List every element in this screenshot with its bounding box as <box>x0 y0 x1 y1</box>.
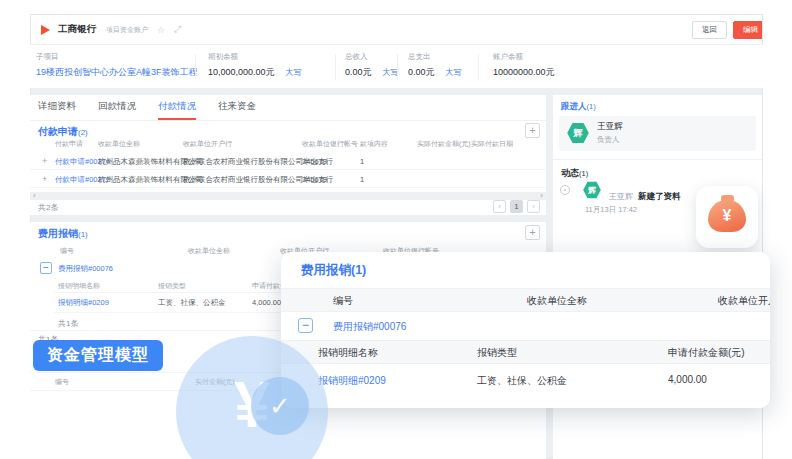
field-value-total-expense: 0.00元大写 <box>408 66 462 79</box>
scroll-right-icon[interactable]: › <box>540 192 543 200</box>
total-count: 共2条 <box>38 202 58 213</box>
overlay-cell-amount: 4,000.00 <box>668 374 707 385</box>
tab-receipts[interactable]: 回款情况 <box>98 95 136 120</box>
activity-title: 动态(1) <box>561 167 588 180</box>
tab-transactions[interactable]: 往来资金 <box>218 95 256 120</box>
divider <box>397 54 398 80</box>
col-header: 报销类型 <box>477 341 517 365</box>
expense-detail-link[interactable]: 报销明细#0209 <box>58 298 109 308</box>
overlay-detail-link[interactable]: 报销明细#0209 <box>318 374 386 388</box>
col-header: 收款单位全称 <box>98 139 140 149</box>
pagination: ‹ 1 › <box>493 200 540 213</box>
col-header: 款项内容 <box>360 139 388 149</box>
col-header: 收款单位银行帐号 <box>302 139 358 149</box>
overlay-subheader-row: 报销明细名称 报销类型 申请付款金额(元) <box>281 340 770 364</box>
money-bag-icon: ¥ <box>708 200 746 232</box>
table-row[interactable]: + 付款申请#00274 杭州品木森鼎装饰材料有限公司 杭州联合农村商业银行股份… <box>30 152 546 170</box>
col-header: 报销类型 <box>158 281 186 291</box>
table-row[interactable]: + 付款申请#00272 杭州品木森鼎装饰材料有限公司 杭州联合农村商业银行股份… <box>30 170 546 188</box>
expand-row-icon[interactable]: + <box>42 156 47 166</box>
divider <box>553 159 762 160</box>
avatar: 辉 <box>567 122 589 144</box>
app-window: 工商银行 项目资金账户 ☆ ⤢ 返回 编辑 子项目 19楼西投创智中心办公室A幢… <box>0 0 792 459</box>
col-header: 收款单位开户行 <box>718 289 770 313</box>
summary-row: 子项目 19楼西投创智中心办公室A幢3F装饰工程 期初余额 10,000,000… <box>30 45 763 88</box>
activity-time: 11月13日 17:42 <box>585 205 637 215</box>
col-header: 报销明细名称 <box>58 281 100 291</box>
col-header: 实际付款金额(元) <box>417 139 471 149</box>
overlay-header-row: 编号 收款单位全称 收款单位开户行 <box>281 288 770 312</box>
check-watermark-icon: ✓ <box>251 377 309 435</box>
cell-expense-type: 工资、社保、公积金 <box>158 298 226 308</box>
field-label-total-income: 总收入 <box>345 52 368 62</box>
col-header: 编号 <box>333 289 353 313</box>
back-button[interactable]: 返回 <box>692 21 727 39</box>
collapse-row-icon[interactable]: − <box>298 318 313 333</box>
divider <box>335 54 336 80</box>
capitalize-link[interactable]: 大写 <box>286 68 302 77</box>
edit-button[interactable]: 编辑 <box>733 21 763 39</box>
horizontal-scrollbar[interactable]: ‹ › <box>30 192 546 200</box>
cell-account: 345678 <box>302 157 327 166</box>
field-value-account-balance: 10000000.00元 <box>493 66 555 79</box>
expense-overlay-panel: 费用报销(1) 编号 收款单位全称 收款单位开户行 − 费用报销#00076 报… <box>281 252 770 408</box>
col-header: 报销明细名称 <box>318 341 378 365</box>
col-header: 实际付款日期 <box>471 139 513 149</box>
follower-role: 负责人 <box>597 135 620 145</box>
star-icon[interactable]: ☆ <box>157 25 165 35</box>
col-header: 编号 <box>60 246 74 256</box>
record-type-label: 项目资金账户 <box>106 25 148 35</box>
divider <box>478 54 479 80</box>
payment-section-title: 付款申请(2) <box>38 125 88 139</box>
model-badge: 资金管理模型 <box>33 340 163 371</box>
scroll-left-icon[interactable]: ‹ <box>33 192 36 200</box>
col-header: 收款单位开户行 <box>183 139 232 149</box>
expense-link[interactable]: 费用报销#00076 <box>58 264 113 274</box>
money-bag-card[interactable]: ¥ <box>696 186 758 248</box>
brand-arrow-icon <box>41 25 50 35</box>
followers-title: 跟进人(1) <box>561 101 596 113</box>
col-header: 收款单位全称 <box>527 289 587 313</box>
capitalize-link[interactable]: 大写 <box>446 68 462 77</box>
col-header: 申请付款金额(元) <box>668 341 745 365</box>
cell-content: 1 <box>360 157 364 166</box>
divider <box>195 54 196 80</box>
yuan-icon: ¥ <box>723 207 732 225</box>
page-title: 工商银行 <box>58 23 96 36</box>
tab-bar: 详细资料 回款情况 付款情况 往来资金 <box>30 95 546 121</box>
field-label-subproject: 子项目 <box>36 52 59 62</box>
col-header: 付款申请 <box>55 139 83 149</box>
field-value-total-income: 0.00元大写 <box>345 66 399 79</box>
add-payment-button[interactable]: + <box>525 123 540 138</box>
avatar: 辉 <box>583 181 601 199</box>
cell-account: 345678 <box>302 175 327 184</box>
follower-name: 王亚辉 <box>597 121 623 133</box>
field-label-opening-balance: 期初余额 <box>208 52 238 62</box>
prev-page-button[interactable]: ‹ <box>493 200 506 213</box>
overlay-title: 费用报销(1) <box>301 262 366 279</box>
tab-details[interactable]: 详细资料 <box>38 95 76 120</box>
inner-total-count: 共1条 <box>58 318 78 329</box>
check-glyph: ✓ <box>269 391 291 422</box>
payment-panel: 详细资料 回款情况 付款情况 往来资金 付款申请(2) + 付款申请 收款单位全… <box>30 95 546 215</box>
page-number[interactable]: 1 <box>510 200 523 213</box>
overlay-expense-link[interactable]: 费用报销#00076 <box>333 320 406 334</box>
expand-row-icon[interactable]: + <box>42 174 47 184</box>
field-label-total-expense: 总支出 <box>408 52 431 62</box>
overlay-cell-type: 工资、社保、公积金 <box>477 374 567 388</box>
cell-content: 1 <box>360 175 364 184</box>
col-header: 收款单位全称 <box>188 246 230 256</box>
activity-entry[interactable]: 王亚辉新建了资料 <box>609 185 681 203</box>
expense-section-title: 费用报销(1) <box>38 227 88 241</box>
expand-icon[interactable]: ⤢ <box>174 24 181 35</box>
cell-amount: 4,000.00 <box>252 298 281 307</box>
follower-card[interactable]: 辉 王亚辉 负责人 <box>559 116 756 151</box>
field-value-opening-balance: 10,000,000.00元大写 <box>208 66 302 79</box>
col-header: 编号 <box>55 377 69 387</box>
collapse-row-icon[interactable]: − <box>40 262 52 274</box>
field-value-subproject[interactable]: 19楼西投创智中心办公室A幢3F装饰工程 <box>36 66 198 79</box>
field-label-account-balance: 账户余额 <box>493 52 523 62</box>
add-expense-button[interactable]: + <box>525 225 540 240</box>
tab-payments[interactable]: 付款情况 <box>158 95 196 120</box>
next-page-button[interactable]: › <box>527 200 540 213</box>
